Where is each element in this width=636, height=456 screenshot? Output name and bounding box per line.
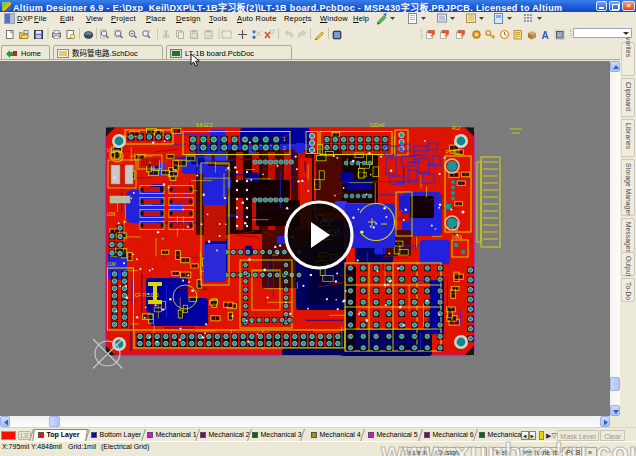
- svg-text:CF-TC1000: CF-TC1000: [135, 293, 159, 298]
- svg-text:A: A: [542, 30, 549, 41]
- svg-text:U6: U6: [107, 148, 113, 153]
- svg-text:PS232: PS232: [446, 150, 460, 155]
- svg-text:RL2: RL2: [452, 126, 461, 131]
- svg-text:J1M: J1M: [107, 262, 116, 267]
- svg-text:U08: U08: [107, 212, 116, 217]
- svg-text:1: 1: [283, 136, 286, 142]
- svg-text:8.8:12.2: 8.8:12.2: [196, 123, 213, 128]
- svg-text:12DmF: 12DmF: [370, 123, 385, 128]
- svg-text:2: 2: [283, 145, 286, 151]
